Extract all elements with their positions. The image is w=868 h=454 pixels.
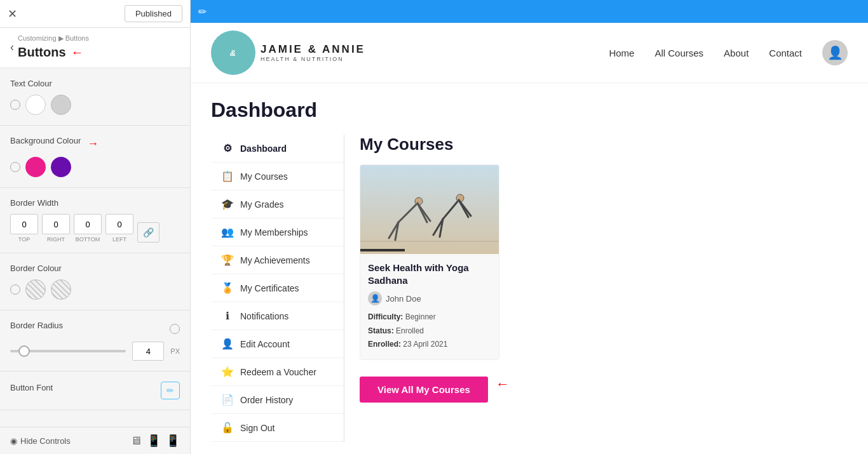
status-label: Status:: [368, 326, 394, 335]
dashboard-title: Dashboard: [211, 98, 848, 122]
site-nav: Home All Courses About Contact 👤: [609, 40, 848, 65]
logo-sub-text: HEALTH & NUTRITION: [261, 56, 365, 62]
close-button[interactable]: ✕: [8, 7, 17, 21]
border-width-bottom-input[interactable]: [74, 214, 102, 234]
border-radius-radio[interactable]: [170, 324, 180, 334]
border-width-bottom-label: BOTTOM: [76, 236, 100, 243]
site-header: & JAMIE & ANNIE HEALTH & NUTRITION Home …: [191, 23, 868, 83]
sidebar-order-history-label: Order History: [240, 395, 293, 405]
course-card: Seek Health with Yoga Sadhana 👤 John Doe…: [360, 164, 499, 360]
course-image: [360, 165, 499, 254]
background-colour-label: Background Colour: [10, 136, 81, 145]
sidebar-item-my-achievements[interactable]: 🏆 My Achievements: [211, 246, 344, 274]
dashboard-sidebar: ⚙ Dashboard 📋 My Courses 🎓 My Grades 👥 M…: [211, 135, 344, 442]
border-colour-radio[interactable]: [10, 284, 20, 295]
view-all-courses-button[interactable]: View All My Courses: [360, 377, 488, 403]
panel-title: Buttons: [18, 45, 66, 60]
text-colour-section: Text Colour: [0, 69, 190, 126]
tablet-view-button[interactable]: 📱: [147, 434, 161, 448]
logo-main-text: JAMIE & ANNIE: [261, 43, 365, 56]
border-width-label: Border Width: [10, 198, 180, 208]
redeem-voucher-icon: ⭐: [221, 366, 234, 378]
notifications-icon: ℹ: [221, 310, 234, 322]
desktop-view-button[interactable]: 🖥: [130, 434, 142, 448]
my-certificates-icon: 🏅: [221, 282, 234, 294]
my-achievements-icon: 🏆: [221, 254, 234, 266]
border-colour-swatch-2[interactable]: [51, 279, 71, 300]
border-radius-section: Border Radius 4 PX: [0, 310, 190, 371]
course-meta: Difficulty: Beginner Status: Enrolled En…: [368, 310, 491, 352]
customizer-panel: ✕ Published ‹ Customizing ▶ Buttons Butt…: [0, 0, 191, 454]
author-avatar: 👤: [368, 291, 382, 305]
mobile-view-button[interactable]: 📱: [166, 434, 180, 448]
logo-area: & JAMIE & ANNIE HEALTH & NUTRITION: [211, 30, 365, 75]
breadcrumb: Customizing ▶ Buttons: [18, 34, 89, 43]
sidebar-my-certificates-label: My Certificates: [240, 283, 299, 293]
sidebar-sign-out-label: Sign Out: [240, 423, 275, 433]
sidebar-item-edit-account[interactable]: 👤 Edit Account: [211, 330, 344, 358]
title-red-arrow: ←: [71, 45, 84, 60]
sidebar-item-order-history[interactable]: 📄 Order History: [211, 386, 344, 414]
sidebar-item-my-grades[interactable]: 🎓 My Grades: [211, 190, 344, 218]
border-width-top-input[interactable]: [10, 214, 38, 234]
sidebar-edit-account-label: Edit Account: [240, 339, 290, 349]
hide-controls-label: Hide Controls: [20, 436, 71, 446]
sidebar-redeem-voucher-label: Redeem a Voucher: [240, 367, 316, 377]
sidebar-item-my-courses[interactable]: 📋 My Courses: [211, 163, 344, 190]
sidebar-item-redeem-voucher[interactable]: ⭐ Redeem a Voucher: [211, 358, 344, 386]
sidebar-item-dashboard[interactable]: ⚙ Dashboard: [211, 135, 344, 163]
nav-contact[interactable]: Contact: [769, 48, 802, 58]
border-colour-section: Border Colour: [0, 253, 190, 310]
border-colour-swatch-1[interactable]: [25, 279, 46, 300]
published-button[interactable]: Published: [125, 5, 182, 22]
dashboard-icon: ⚙: [221, 142, 234, 154]
my-grades-icon: 🎓: [221, 198, 234, 210]
sidebar-my-courses-label: My Courses: [240, 171, 288, 182]
nav-all-courses[interactable]: All Courses: [654, 48, 703, 58]
difficulty-value: Beginner: [405, 312, 436, 321]
sidebar-item-sign-out[interactable]: 🔓 Sign Out: [211, 414, 344, 442]
border-radius-slider[interactable]: [10, 350, 126, 352]
edit-bar: ✏: [191, 0, 868, 23]
breadcrumb-section: ‹ Customizing ▶ Buttons Buttons ←: [0, 28, 190, 69]
text-colour-swatch-white[interactable]: [25, 95, 46, 115]
view-all-row: View All My Courses ←: [360, 366, 832, 403]
nav-home[interactable]: Home: [609, 48, 634, 58]
button-font-edit-button[interactable]: ✏: [161, 382, 180, 399]
hide-controls-button[interactable]: ◉ Hide Controls: [10, 436, 71, 446]
enrolled-value: 23 April 2021: [403, 340, 447, 349]
border-width-right-label: RIGHT: [47, 236, 65, 243]
sidebar-my-grades-label: My Grades: [240, 199, 283, 210]
bg-colour-swatch-purple[interactable]: [51, 157, 71, 177]
my-courses-title: My Courses: [360, 135, 832, 154]
nav-about[interactable]: About: [724, 48, 749, 58]
border-width-top-label: TOP: [18, 236, 30, 243]
bg-colour-radio[interactable]: [10, 162, 20, 172]
sidebar-item-my-certificates[interactable]: 🏅 My Certificates: [211, 274, 344, 302]
edit-bar-icon: ✏: [198, 6, 207, 18]
user-avatar[interactable]: 👤: [822, 40, 848, 65]
border-radius-input[interactable]: 4: [132, 342, 164, 361]
view-all-red-arrow: ←: [496, 376, 510, 392]
sign-out-icon: 🔓: [221, 422, 234, 434]
sidebar-my-achievements-label: My Achievements: [240, 255, 310, 265]
panel-top-bar: ✕ Published: [0, 0, 190, 28]
my-memberships-icon: 👥: [221, 226, 234, 238]
border-width-left-input[interactable]: [105, 214, 133, 234]
my-courses-icon: 📋: [221, 170, 234, 182]
bg-colour-red-arrow: →: [87, 137, 98, 150]
difficulty-label: Difficulty:: [368, 312, 403, 321]
text-colour-radio[interactable]: [10, 100, 20, 110]
border-width-right-input[interactable]: [42, 214, 70, 234]
panel-footer: ◉ Hide Controls 🖥 📱 📱: [0, 427, 190, 454]
sidebar-item-my-memberships[interactable]: 👥 My Memberships: [211, 218, 344, 246]
author-row: 👤 John Doe: [368, 291, 491, 305]
course-name: Seek Health with Yoga Sadhana: [368, 262, 491, 286]
preview-panel: ✏ & JAMIE & ANNIE HEALTH & NUTRITION Hom…: [191, 0, 868, 454]
link-dimensions-button[interactable]: 🔗: [137, 222, 159, 243]
sidebar-item-notifications[interactable]: ℹ Notifications: [211, 302, 344, 330]
back-button[interactable]: ‹: [10, 41, 14, 54]
text-colour-swatch-gray[interactable]: [51, 95, 71, 115]
sidebar-notifications-label: Notifications: [240, 311, 288, 321]
bg-colour-swatch-pink[interactable]: [25, 157, 46, 177]
